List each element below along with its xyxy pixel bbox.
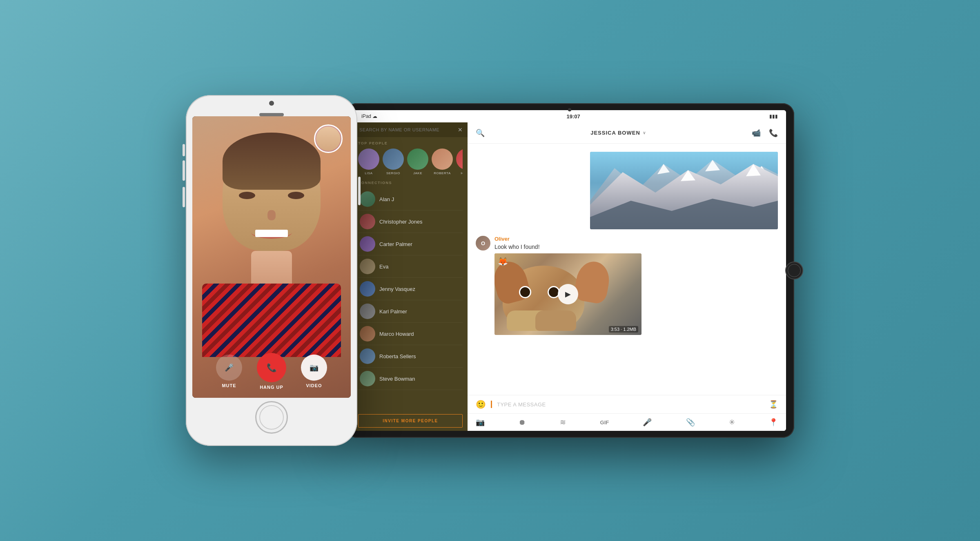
contact-name-christopher: Christopher Jones	[379, 219, 423, 225]
name-roberta: ROBERTA	[434, 171, 450, 175]
iphone-call-screen: 🎤 MUTE 📞 HANG UP 📷	[192, 116, 351, 398]
iphone-screen: 🎤 MUTE 📞 HANG UP 📷	[192, 116, 351, 398]
status-left: iPad ☁	[361, 113, 377, 119]
iphone-volume-down-button[interactable]	[183, 187, 185, 207]
chat-panel: 🔍 JESSICA BOWEN ∨ 📹 📞	[468, 122, 786, 431]
contact-name-carter: Carter Palmer	[379, 241, 412, 247]
status-right: ▮▮▮	[769, 113, 778, 119]
list-item[interactable]: Marco Howard	[358, 323, 463, 345]
video-circle[interactable]: 📷	[301, 355, 327, 381]
ipad-home-inner	[788, 264, 801, 277]
video-button[interactable]: 📷 VIDEO	[301, 355, 327, 388]
mute-circle[interactable]: 🎤	[216, 355, 242, 381]
message-input[interactable]: TYPE A MESSAGE	[497, 401, 546, 408]
contact-name-karl: Karl Palmer	[379, 308, 407, 315]
hangup-circle[interactable]: 📞	[257, 353, 286, 382]
invite-more-button[interactable]: INVITE MORE PEOPLE	[358, 414, 463, 428]
message-row: O Oliver Look who I found!	[476, 236, 778, 335]
name-helen: HELEN	[461, 171, 463, 175]
list-item[interactable]: Karl Palmer	[358, 300, 463, 323]
avatar-alan	[360, 191, 375, 207]
record-icon[interactable]: ⏺	[519, 418, 526, 427]
top-people-title: TOP PEOPLE	[358, 141, 463, 145]
avatar-steve	[360, 371, 375, 386]
top-person-sergio[interactable]: SERGIO	[383, 149, 404, 175]
layers-icon[interactable]: ≋	[560, 418, 566, 427]
chat-input-bar: 🙂 TYPE A MESSAGE ⏳	[468, 395, 786, 413]
connections-section: CONNECTIONS Alan J Christopher Jones	[353, 177, 468, 411]
chevron-down-icon[interactable]: ∨	[643, 131, 646, 135]
ipad-body: iPad ☁ 19:07 ▮▮▮ ✕	[345, 103, 794, 438]
sent-image-row	[476, 152, 778, 229]
avatar-helen	[456, 149, 463, 170]
gif-button[interactable]: GIF	[600, 419, 609, 426]
list-item[interactable]: Carter Palmer	[358, 233, 463, 255]
name-lisa: LISA	[365, 171, 372, 175]
hangup-button[interactable]: 📞 HANG UP	[257, 353, 286, 390]
name-jake: JAKE	[413, 171, 422, 175]
iphone-camera	[269, 101, 274, 106]
chat-contact-name: JESSICA BOWEN	[590, 130, 640, 136]
list-item[interactable]: Steve Bowman	[358, 368, 463, 390]
sparkle-icon[interactable]: ✳	[729, 418, 735, 427]
video-call-icon[interactable]: 📹	[752, 129, 761, 137]
avatar-lisa	[358, 149, 379, 170]
oliver-avatar: O	[476, 236, 490, 251]
top-people-row: LISA SERGIO JAKE	[358, 149, 463, 175]
ipad-label: iPad ☁	[361, 113, 377, 119]
ipad-device: iPad ☁ 19:07 ▮▮▮ ✕	[345, 103, 794, 438]
timer-icon: ⏳	[769, 400, 778, 409]
play-button[interactable]: ▶	[558, 284, 578, 304]
avatar-christopher	[360, 214, 375, 229]
iphone-home-inner	[259, 405, 284, 430]
search-icon[interactable]: 🔍	[476, 129, 485, 137]
iphone-mute-switch[interactable]	[183, 144, 185, 156]
battery-icon: ▮▮▮	[769, 113, 778, 119]
list-item[interactable]: Christopher Jones	[358, 211, 463, 233]
top-person-roberta[interactable]: ROBERTA	[432, 149, 453, 175]
mountain-image	[590, 152, 778, 229]
ipad-home-button[interactable]	[785, 262, 803, 279]
status-time: 19:07	[567, 113, 580, 120]
list-item[interactable]: Roberta Sellers	[358, 345, 463, 368]
list-item[interactable]: Eva	[358, 255, 463, 278]
emoji-button[interactable]: 🙂	[476, 399, 486, 409]
video-label: VIDEO	[306, 383, 322, 388]
call-controls: 🎤 MUTE 📞 HANG UP 📷	[192, 353, 351, 390]
location-icon[interactable]: 📍	[769, 418, 778, 427]
attachment-icon[interactable]: 📎	[686, 418, 695, 427]
hangup-label: HANG UP	[260, 385, 283, 390]
close-icon[interactable]: ✕	[458, 126, 463, 133]
iphone-volume-up-button[interactable]	[183, 160, 185, 181]
contact-name-alan: Alan J	[379, 196, 394, 202]
search-input[interactable]	[359, 127, 454, 132]
top-person-lisa[interactable]: LISA	[358, 149, 379, 175]
message-text: Look who I found!	[494, 244, 778, 250]
top-person-jake[interactable]: JAKE	[407, 149, 428, 175]
camera-icon[interactable]: 📷	[476, 418, 485, 427]
iphone-device: 🎤 MUTE 📞 HANG UP 📷	[186, 95, 357, 446]
chat-header-right: 📹 📞	[752, 129, 778, 137]
top-person-helen[interactable]: HELEN	[456, 149, 463, 175]
self-preview-face	[316, 126, 341, 151]
list-item[interactable]: Jenny Vasquez	[358, 278, 463, 300]
dog-video-thumbnail[interactable]: 🦊 ▶ 3:53 · 1.2MB	[494, 253, 641, 335]
avatar-sergio	[383, 149, 404, 170]
contact-name-jenny: Jenny Vasquez	[379, 286, 415, 292]
iphone-power-button[interactable]	[358, 177, 361, 205]
avatar-karl	[360, 304, 375, 319]
avatar-jenny	[360, 281, 375, 297]
search-bar: ✕	[353, 122, 468, 137]
iphone-home-button[interactable]	[255, 401, 288, 434]
message-content: Oliver Look who I found!	[494, 236, 778, 335]
ipad-status-bar: iPad ☁ 19:07 ▮▮▮	[353, 110, 786, 122]
name-sergio: SERGIO	[386, 171, 400, 175]
avatar-marco	[360, 326, 375, 341]
mute-button[interactable]: 🎤 MUTE	[216, 355, 242, 388]
list-item[interactable]: Alan J	[358, 188, 463, 211]
phone-call-icon[interactable]: 📞	[769, 129, 778, 137]
contact-name-roberta-s: Roberta Sellers	[379, 353, 416, 359]
microphone-icon[interactable]: 🎤	[643, 418, 652, 427]
message-input-wrap: TYPE A MESSAGE	[491, 401, 764, 408]
ipad-content: ✕ TOP PEOPLE LISA	[353, 122, 786, 431]
